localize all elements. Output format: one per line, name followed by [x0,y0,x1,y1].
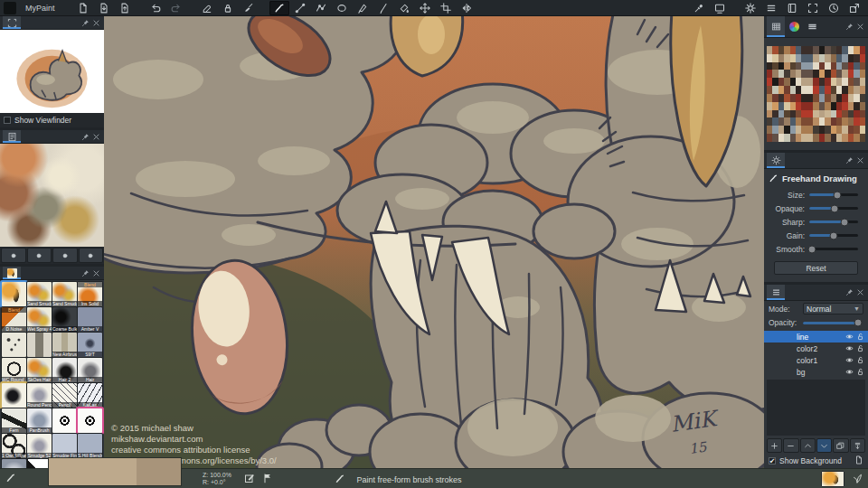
lines-curves-tool-button[interactable] [290,1,310,15]
palette-swatch[interactable] [860,78,865,86]
scratchpad-new-button[interactable] [79,248,104,263]
symmetry-tool-button[interactable] [457,1,476,15]
eye-icon[interactable] [845,356,854,364]
show-background-checkbox[interactable]: ✔ [769,457,776,465]
slider-knob[interactable] [840,218,848,226]
colorize-button[interactable] [239,1,259,15]
palette-swatch[interactable] [860,62,865,70]
brush-item[interactable] [27,333,52,357]
lock-open-icon[interactable] [856,344,864,352]
eye-icon[interactable] [845,333,854,341]
eye-icon[interactable] [845,368,854,376]
lock-open-icon[interactable] [856,356,864,364]
palette-swatch[interactable] [860,117,865,126]
opacity-knob[interactable] [854,319,863,327]
tab-tool-options[interactable] [767,153,785,168]
brush-item-wc-round-o[interactable]: WC Round .O [2,358,26,382]
history-button[interactable] [824,1,844,15]
lower-layer-button[interactable] [816,438,832,453]
undo-button[interactable] [146,1,165,15]
brush-item[interactable] [2,282,26,306]
close-panel-button[interactable] [854,155,865,166]
brush-item-coarse-bulk-2[interactable]: Coarse Bulk 2 [52,307,77,332]
eye-icon[interactable] [845,344,854,352]
brush-item-skoes-hair[interactable]: SkOes Hair [27,358,52,382]
palette-swatch[interactable] [860,102,865,110]
inking-tool-button[interactable] [353,1,373,15]
layer-row-color2[interactable]: color2 [764,343,868,354]
tab-color-swatches[interactable] [803,16,821,37]
detach-window-button[interactable] [844,1,864,15]
palette-swatch[interactable] [860,110,865,118]
layer-mode-select[interactable]: Normal ▼ [803,303,863,314]
slider-knob[interactable] [830,231,838,239]
tab-brush-group[interactable] [3,267,21,279]
brush-item-amber-v[interactable]: Amber V [78,307,102,332]
palette-swatch[interactable] [860,54,865,62]
brush-item-hair[interactable]: Hair [78,358,102,382]
brush-item-pencil[interactable]: Pencil [52,383,77,408]
brush-item-hair-2[interactable]: Hair 2 [52,358,77,382]
new-file-button[interactable] [73,1,93,15]
pick-color-button[interactable] [689,1,709,15]
lock-open-icon[interactable] [856,333,864,341]
close-panel-button[interactable] [90,131,101,142]
plant-icon[interactable] [852,471,863,487]
open-file-button[interactable] [94,1,114,15]
duplicate-layer-button[interactable] [833,438,848,453]
tab-scratchpad[interactable] [3,130,21,143]
pin-panel-button[interactable] [80,17,90,28]
foreground-color-swatch[interactable] [48,457,182,486]
edit-color-button[interactable] [244,471,255,487]
brush-item-wet-spray-4[interactable]: Wet Spray 4 [27,307,52,332]
palette-swatch[interactable] [860,46,865,54]
lock-open-icon[interactable] [856,368,864,376]
remove-layer-button[interactable] [783,438,798,453]
slider-knob[interactable] [807,245,816,253]
brush-item-d-noise[interactable]: BlendD.Noise [2,307,26,332]
palette-swatch[interactable] [860,70,865,78]
pin-panel-button[interactable] [844,155,854,166]
flag-icon[interactable] [262,471,273,487]
add-layer-button[interactable] [767,438,782,453]
layer-row-bg[interactable]: bg [764,366,868,378]
brush-item-kailas[interactable]: KaiLas [78,383,102,408]
brush-item-ins-solid[interactable]: BlendIns Solid [78,282,102,306]
move-layer-tool-button[interactable] [415,1,435,15]
palette-swatch[interactable] [860,126,865,134]
brush-item-s-hill-blends[interactable]: S.Hill Blends [78,434,102,458]
palette-swatch[interactable] [860,86,865,94]
ellipse-tool-button[interactable] [332,1,352,15]
slider-size[interactable] [809,193,858,196]
raise-layer-button[interactable] [800,438,816,453]
layer-row-line[interactable]: line [764,331,868,343]
palette-swatch[interactable] [860,94,865,102]
brush-item-sand-smudge[interactable]: Sand Smudge [27,282,52,306]
brush-item-s9-t[interactable]: S9!T [78,333,102,357]
show-viewfinder-checkbox[interactable] [4,117,11,124]
frame-tool-button[interactable] [436,1,456,15]
scratchpad-save-button[interactable] [52,248,78,263]
scratchpad-add-button[interactable] [1,248,26,263]
brush-item-smudge-52[interactable]: Smudge 52 [27,434,52,458]
brush-item-fern[interactable]: Fern [2,408,26,433]
pin-panel-button[interactable] [844,287,854,298]
layer-opacity-slider[interactable] [803,322,858,324]
brush-item[interactable] [2,333,26,357]
tab-preview[interactable] [3,16,21,29]
close-panel-button[interactable] [90,267,101,278]
brush-item-sand-smudge[interactable]: Sand Smudge [52,282,77,306]
brush-item[interactable] [78,408,102,433]
pen-tool-button[interactable] [373,1,393,15]
painting-canvas[interactable]: MiK 15 © 2015 michael shaw mikshaw.devia… [104,16,764,468]
slider-knob[interactable] [834,191,842,199]
background-document-icon[interactable] [854,455,863,466]
slider-opaque[interactable] [809,207,858,210]
layer-row-color1[interactable]: color1 [764,354,868,366]
slider-smooth[interactable] [809,248,858,250]
pin-panel-button[interactable] [80,131,90,142]
slider-knob[interactable] [831,204,839,212]
tab-layers[interactable] [767,285,785,300]
pin-panel-button[interactable] [80,267,90,278]
freehand-tool-button[interactable] [269,1,289,15]
